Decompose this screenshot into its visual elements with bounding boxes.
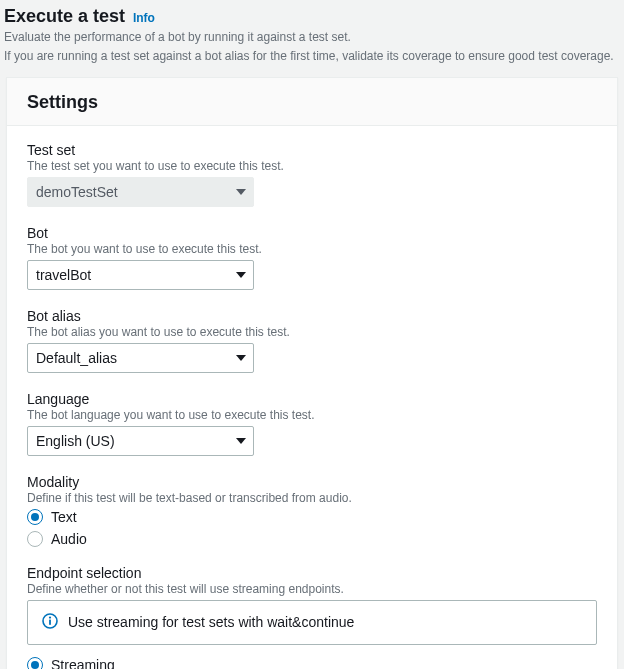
bot-field: Bot The bot you want to use to execute t… [27, 225, 597, 290]
modality-field: Modality Define if this test will be tex… [27, 474, 597, 547]
info-link[interactable]: Info [133, 11, 155, 25]
bot-label: Bot [27, 225, 597, 241]
language-hint: The bot language you want to use to exec… [27, 408, 597, 422]
alias-label: Bot alias [27, 308, 597, 324]
testset-label: Test set [27, 142, 597, 158]
endpoint-info-box: Use streaming for test sets with wait&co… [27, 600, 597, 645]
svg-rect-2 [49, 619, 51, 624]
settings-panel: Settings Test set The test set you want … [6, 77, 618, 669]
alias-hint: The bot alias you want to use to execute… [27, 325, 597, 339]
page-description-1: Evaluate the performance of a bot by run… [4, 29, 616, 46]
endpoint-info-text: Use streaming for test sets with wait&co… [68, 614, 354, 630]
bot-hint: The bot you want to use to execute this … [27, 242, 597, 256]
radio-icon [27, 657, 43, 669]
endpoint-radio-streaming-label: Streaming [51, 657, 115, 669]
modality-radio-text[interactable]: Text [27, 509, 597, 525]
radio-icon [27, 509, 43, 525]
svg-point-1 [49, 616, 51, 618]
info-icon [42, 613, 58, 632]
testset-field: Test set The test set you want to use to… [27, 142, 597, 207]
endpoint-radio-streaming[interactable]: Streaming [27, 657, 597, 669]
settings-heading: Settings [27, 92, 597, 113]
radio-icon [27, 531, 43, 547]
alias-select[interactable]: Default_alias [27, 343, 254, 373]
bot-select[interactable]: travelBot [27, 260, 254, 290]
endpoint-label: Endpoint selection [27, 565, 597, 581]
modality-radio-audio-label: Audio [51, 531, 87, 547]
endpoint-field: Endpoint selection Define whether or not… [27, 565, 597, 669]
modality-radio-audio[interactable]: Audio [27, 531, 597, 547]
testset-hint: The test set you want to use to execute … [27, 159, 597, 173]
modality-radio-text-label: Text [51, 509, 77, 525]
endpoint-hint: Define whether or not this test will use… [27, 582, 597, 596]
testset-select[interactable]: demoTestSet [27, 177, 254, 207]
modality-label: Modality [27, 474, 597, 490]
language-label: Language [27, 391, 597, 407]
language-select[interactable]: English (US) [27, 426, 254, 456]
alias-field: Bot alias The bot alias you want to use … [27, 308, 597, 373]
page-description-2: If you are running a test set against a … [4, 48, 616, 65]
page-title: Execute a test [4, 6, 125, 26]
modality-hint: Define if this test will be text-based o… [27, 491, 597, 505]
language-field: Language The bot language you want to us… [27, 391, 597, 456]
